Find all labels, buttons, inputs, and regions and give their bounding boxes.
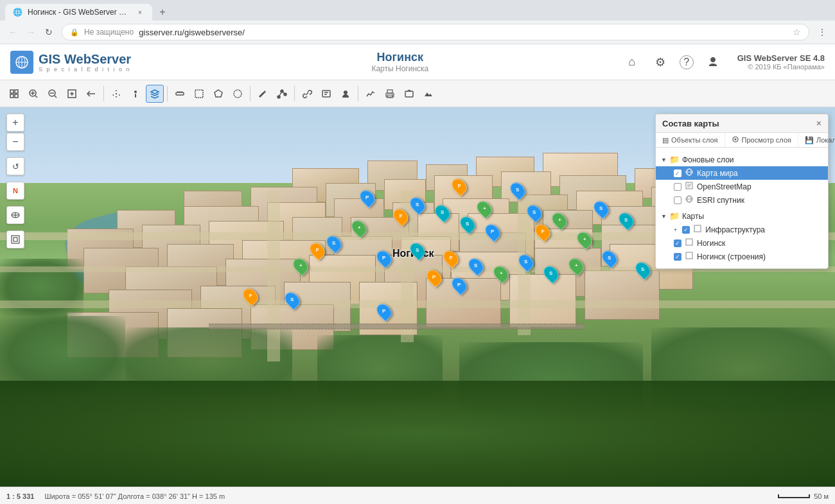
zoom-in-button[interactable] [24, 85, 42, 103]
layer-check-infrastructure: ✓ [682, 226, 690, 234]
measure-button[interactable] [171, 85, 189, 103]
svg-line-9 [35, 96, 37, 98]
layer-item-infrastructure[interactable]: + ✓ Инфраструктура [656, 223, 828, 236]
svg-rect-47 [13, 238, 17, 241]
infra-expand-icon: + [674, 227, 677, 233]
prev-extent-button[interactable] [82, 85, 100, 103]
layer-panel-header: Состав карты × [656, 114, 828, 133]
header-city-name: Ногинск [177, 51, 623, 64]
overview-control[interactable] [6, 230, 24, 248]
export-button[interactable] [400, 85, 418, 103]
infrastructure-label: Инфраструктура [705, 225, 765, 234]
layer-panel: Состав карты × ▤ Объекты слоя Просмотр с… [655, 114, 829, 269]
browser-menu-button[interactable]: ⋮ [814, 24, 830, 40]
layer-check-world-map: ✓ [674, 169, 681, 177]
layer-group-background-header[interactable]: ▼ 📁 Фоновые слои [656, 153, 828, 166]
road-v3 [518, 191, 531, 335]
browser-chrome: 🌐 Ногинск - GIS WebServer SE 4.8 × + ← →… [0, 0, 835, 44]
back-button[interactable]: ← [5, 24, 21, 40]
node-edit-button[interactable] [273, 85, 291, 103]
layer-tab-local[interactable]: 💾 Локальные слои ▼ [798, 133, 835, 147]
layer-item-noginsk[interactable]: ✓ Ногинск [656, 236, 828, 250]
layer-group-maps-header[interactable]: ▼ 📁 Карты [656, 209, 828, 223]
road-v2 [401, 191, 414, 342]
road-h3 [0, 300, 835, 308]
layer-panel-tabs: ▤ Объекты слоя Просмотр слоя 💾 Локальные… [656, 133, 828, 148]
status-bar: 1 : 5 331 Широта = 055° 51' 07" Долгота … [0, 487, 835, 504]
terrain-button[interactable] [419, 85, 437, 103]
3d-control[interactable] [6, 206, 24, 224]
esri-label: ESRI спутник [697, 196, 744, 205]
zoom-window-button[interactable] [63, 85, 81, 103]
active-tab[interactable]: 🌐 Ногинск - GIS WebServer SE 4.8 × [5, 4, 152, 21]
new-tab-button[interactable]: + [155, 4, 170, 20]
zoom-out-control[interactable]: − [6, 133, 24, 151]
link-button[interactable] [298, 85, 316, 103]
forest-bottom [0, 381, 835, 487]
brand-info: GIS WebServer SE 4.8 © 2019 КБ «Панорама… [737, 53, 825, 71]
layer-item-osm[interactable]: OpenStreetMap [656, 180, 828, 193]
circle-select-button[interactable] [229, 85, 247, 103]
polygon-button[interactable] [209, 85, 227, 103]
ctrl-separator-4 [6, 225, 24, 229]
header-center: Ногинск Карты Ногинска [177, 51, 623, 73]
compass-control[interactable]: N [6, 182, 24, 200]
separator-3 [250, 86, 251, 101]
noginsk-icon [685, 238, 693, 248]
logo-subtitle: S p e c i a l E d i t i o n [39, 66, 131, 73]
osm-label: OpenStreetMap [697, 182, 752, 191]
layer-panel-close-btn[interactable]: × [816, 118, 822, 128]
draw-button[interactable] [254, 85, 272, 103]
tab-title: Ногинск - GIS WebServer SE 4.8 [28, 8, 130, 17]
zoom-out-button[interactable] [44, 85, 62, 103]
pan-button[interactable] [107, 85, 125, 103]
tab-close-btn[interactable]: × [136, 8, 145, 17]
full-extent-button[interactable] [5, 85, 23, 103]
separator-4 [294, 86, 295, 101]
settings-button[interactable]: ⚙ [651, 53, 669, 71]
chart-button[interactable] [362, 85, 380, 103]
home-button[interactable]: ⌂ [623, 53, 641, 71]
svg-rect-7 [15, 94, 18, 98]
logo-name: GIS WebServer [39, 52, 131, 66]
layer-item-world-map[interactable]: ✓ Карта мира [656, 166, 828, 180]
browser-tabs: 🌐 Ногинск - GIS WebServer SE 4.8 × + [0, 0, 835, 21]
group-expand-icon: ▼ [661, 157, 667, 163]
layer-panel-body: ▼ 📁 Фоновые слои ✓ Карта мира [656, 148, 828, 268]
layer-tab-preview[interactable]: Просмотр слоя [725, 133, 798, 147]
identify-button[interactable] [127, 85, 145, 103]
user-tool-button[interactable] [337, 85, 355, 103]
zoom-in-control[interactable]: + [6, 114, 24, 132]
svg-marker-26 [215, 90, 222, 97]
ctrl-separator-2 [6, 177, 24, 180]
svg-rect-60 [694, 225, 701, 232]
layer-tab-objects[interactable]: ▤ Объекты слоя [656, 133, 725, 147]
address-bar[interactable]: 🔒 Не защищено gisserver.ru/giswebservers… [62, 24, 809, 40]
header-action-buttons: ⌂ ⚙ ? GIS WebServer SE 4.8 © 2019 КБ «Па… [623, 53, 825, 71]
svg-line-13 [55, 96, 57, 98]
header-city-subtitle: Карты Ногинска [177, 64, 623, 73]
forward-button[interactable]: → [23, 24, 39, 40]
attribute-button[interactable] [317, 85, 335, 103]
print-button[interactable] [381, 85, 399, 103]
help-button[interactable]: ? [680, 55, 694, 69]
svg-rect-5 [15, 90, 18, 93]
refresh-button[interactable]: ↻ [41, 24, 57, 40]
select-rect-button[interactable] [190, 85, 208, 103]
scale-bar: 50 м [778, 492, 829, 500]
layer-item-noginsk-buildings[interactable]: ✓ Ногинск (строения) [656, 250, 828, 263]
separator-1 [103, 86, 104, 101]
logo-text-group: GIS WebServer S p e c i a l E d i t i o … [39, 52, 131, 73]
brand-name: GIS WebServer SE 4.8 [737, 53, 825, 63]
osm-icon [685, 182, 693, 191]
user-button[interactable] [704, 53, 722, 71]
svg-point-49 [734, 139, 736, 141]
preview-tab-icon [732, 135, 739, 144]
layer-item-esri[interactable]: ESRI спутник [656, 193, 828, 207]
logo-icon [10, 51, 33, 74]
building-block [584, 270, 660, 320]
bookmark-icon[interactable]: ☆ [793, 27, 801, 37]
layers-button[interactable] [146, 85, 164, 103]
rotate-left-control[interactable]: ↺ [6, 157, 24, 175]
svg-rect-20 [135, 94, 136, 98]
